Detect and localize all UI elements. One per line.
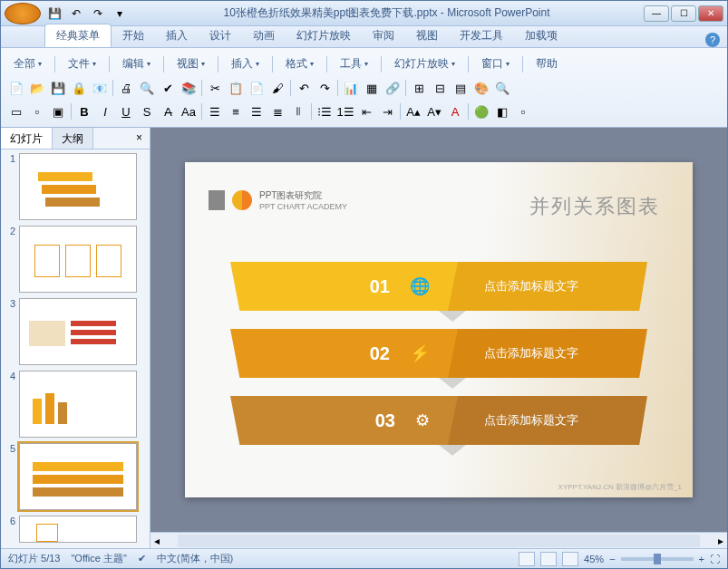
shape-fill-icon[interactable]: 🟢 bbox=[471, 101, 491, 121]
undo-icon[interactable]: ↶ bbox=[294, 78, 314, 98]
indent-dec-icon[interactable]: ⇤ bbox=[356, 101, 376, 121]
menu-view[interactable]: 视图▾ bbox=[170, 53, 212, 74]
numbering-icon[interactable]: 1☰ bbox=[335, 101, 355, 121]
align-center-icon[interactable]: ≡ bbox=[226, 101, 246, 121]
close-button[interactable]: ✕ bbox=[698, 5, 723, 22]
menu-tools[interactable]: 工具▾ bbox=[333, 53, 375, 74]
new-icon[interactable]: 📄 bbox=[6, 78, 26, 98]
tab-slideshow[interactable]: 幻灯片放映 bbox=[286, 24, 362, 47]
menu-all[interactable]: 全部▾ bbox=[6, 53, 49, 74]
office-button[interactable] bbox=[5, 3, 41, 24]
hyperlink-icon[interactable]: 🔗 bbox=[383, 78, 403, 98]
tab-slides[interactable]: 幻灯片 bbox=[1, 128, 53, 149]
quickprint-icon[interactable]: 📧 bbox=[90, 78, 110, 98]
align-right-icon[interactable]: ☰ bbox=[247, 101, 267, 121]
menu-file[interactable]: 文件▾ bbox=[61, 53, 103, 74]
redo-icon[interactable]: ↷ bbox=[315, 78, 335, 98]
align-left-icon[interactable]: ☰ bbox=[205, 101, 225, 121]
color-icon[interactable]: 🎨 bbox=[471, 78, 491, 98]
redo-icon[interactable]: ↷ bbox=[88, 4, 108, 24]
minimize-button[interactable]: — bbox=[644, 5, 669, 22]
paste-icon[interactable]: 📄 bbox=[247, 78, 267, 98]
columns-icon[interactable]: ⫴ bbox=[288, 101, 308, 121]
bold-icon[interactable]: B bbox=[74, 101, 94, 121]
layout-icon[interactable]: ▭ bbox=[6, 101, 26, 121]
maximize-button[interactable]: ☐ bbox=[671, 5, 696, 22]
slide-canvas[interactable]: PPT图表研究院 PPT CHART ACADEMY 并列关系图表 01🌐 点击… bbox=[150, 128, 727, 532]
slide-thumb-2[interactable] bbox=[19, 226, 137, 293]
slide-thumb-5[interactable] bbox=[19, 443, 137, 510]
menu-edit[interactable]: 编辑▾ bbox=[115, 53, 158, 74]
menu-insert[interactable]: 插入▾ bbox=[224, 53, 267, 74]
horizontal-scrollbar[interactable]: ◂▸ bbox=[150, 532, 727, 548]
tab-insert[interactable]: 插入 bbox=[155, 24, 199, 47]
undo-icon[interactable]: ↶ bbox=[66, 4, 86, 24]
panel-close-icon[interactable]: × bbox=[129, 128, 150, 149]
newslide-icon[interactable]: ▫ bbox=[27, 101, 47, 121]
tab-review[interactable]: 审阅 bbox=[362, 24, 405, 47]
fit-window-icon[interactable]: ⛶ bbox=[710, 554, 720, 564]
bullets-icon[interactable]: ⁝☰ bbox=[315, 101, 335, 121]
permissions-icon[interactable]: 🔒 bbox=[69, 78, 89, 98]
indent-inc-icon[interactable]: ⇥ bbox=[377, 101, 397, 121]
slide-thumb-4[interactable] bbox=[19, 371, 137, 438]
newslide2-icon[interactable]: ▫ bbox=[513, 101, 533, 121]
menu-format[interactable]: 格式▾ bbox=[278, 53, 321, 74]
slide-thumb-1[interactable] bbox=[19, 153, 137, 220]
tab-outline[interactable]: 大纲 bbox=[53, 128, 93, 149]
slide-thumb-3[interactable] bbox=[19, 298, 137, 365]
underline-icon[interactable]: U bbox=[116, 101, 136, 121]
menu-help[interactable]: 帮助 bbox=[529, 53, 565, 74]
font-color-icon[interactable]: A bbox=[445, 101, 465, 121]
ribbon-1[interactable]: 01🌐 点击添加标题文字 bbox=[230, 262, 647, 311]
tab-developer[interactable]: 开发工具 bbox=[449, 24, 514, 47]
slide-title[interactable]: 并列关系图表 bbox=[529, 193, 660, 220]
help-icon[interactable]: ? bbox=[705, 33, 720, 47]
justify-icon[interactable]: ≣ bbox=[267, 101, 287, 121]
zoom-out-icon[interactable]: − bbox=[609, 554, 615, 564]
tab-home[interactable]: 开始 bbox=[112, 24, 155, 47]
status-spellcheck-icon[interactable]: ✔ bbox=[138, 553, 146, 564]
table-icon[interactable]: ▦ bbox=[362, 78, 382, 98]
slide-thumb-6[interactable] bbox=[19, 516, 137, 543]
zoom-slider[interactable] bbox=[621, 557, 694, 561]
collapse-icon[interactable]: ⊟ bbox=[430, 78, 450, 98]
changecase-icon[interactable]: Aa bbox=[179, 101, 199, 121]
ribbon-2[interactable]: 02⚡ 点击添加标题文字 bbox=[230, 329, 647, 378]
research-icon[interactable]: 📚 bbox=[179, 78, 199, 98]
ribbon-3[interactable]: 03⚙ 点击添加标题文字 bbox=[230, 396, 647, 445]
qat-dropdown-icon[interactable]: ▾ bbox=[110, 4, 130, 24]
save-icon[interactable]: 💾 bbox=[44, 4, 64, 24]
zoom-icon[interactable]: 🔍 bbox=[492, 78, 512, 98]
zoom-level[interactable]: 45% bbox=[584, 554, 604, 564]
menu-window[interactable]: 窗口▾ bbox=[474, 53, 517, 74]
tab-addins[interactable]: 加载项 bbox=[514, 24, 568, 47]
strike-icon[interactable]: A̶ bbox=[158, 101, 178, 121]
design-icon[interactable]: ◧ bbox=[492, 101, 512, 121]
menu-slideshow[interactable]: 幻灯片放映▾ bbox=[387, 53, 462, 74]
view-sorter-icon[interactable] bbox=[540, 552, 557, 566]
preview-icon[interactable]: 🔍 bbox=[137, 78, 157, 98]
save-icon[interactable]: 💾 bbox=[48, 78, 68, 98]
font-grow-icon[interactable]: A▴ bbox=[403, 101, 423, 121]
spell-icon[interactable]: ✔ bbox=[158, 78, 178, 98]
gridlines-icon[interactable]: ▤ bbox=[451, 78, 471, 98]
format-painter-icon[interactable]: 🖌 bbox=[267, 78, 287, 98]
tab-view[interactable]: 视图 bbox=[405, 24, 449, 47]
expand-icon[interactable]: ⊞ bbox=[409, 78, 429, 98]
open-icon[interactable]: 📂 bbox=[27, 78, 47, 98]
tab-design[interactable]: 设计 bbox=[199, 24, 242, 47]
italic-icon[interactable]: I bbox=[95, 101, 115, 121]
zoom-in-icon[interactable]: + bbox=[699, 554, 704, 564]
shadow-icon[interactable]: S bbox=[137, 101, 157, 121]
tab-animation[interactable]: 动画 bbox=[242, 24, 286, 47]
slidelayout-icon[interactable]: ▣ bbox=[48, 101, 68, 121]
font-shrink-icon[interactable]: A▾ bbox=[424, 101, 444, 121]
cut-icon[interactable]: ✂ bbox=[205, 78, 225, 98]
view-slideshow-icon[interactable] bbox=[562, 552, 578, 566]
tab-classic-menu[interactable]: 经典菜单 bbox=[44, 24, 112, 47]
chart-icon[interactable]: 📊 bbox=[341, 78, 361, 98]
view-normal-icon[interactable] bbox=[519, 552, 535, 566]
copy-icon[interactable]: 📋 bbox=[226, 78, 246, 98]
print-icon[interactable]: 🖨 bbox=[116, 78, 136, 98]
